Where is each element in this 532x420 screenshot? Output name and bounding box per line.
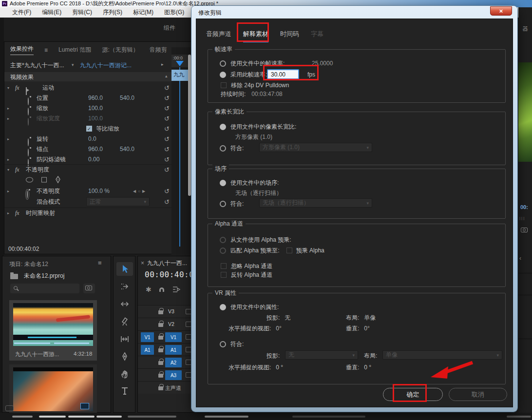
- razor-tool[interactable]: [120, 317, 130, 326]
- panel-menu-icon[interactable]: ≡: [98, 259, 102, 267]
- close-icon[interactable]: ×: [141, 260, 144, 267]
- ripple-edit-tool[interactable]: [120, 299, 130, 309]
- playhead-icon[interactable]: [176, 61, 184, 70]
- rect-mask-icon[interactable]: [41, 177, 47, 182]
- hand-tool[interactable]: [120, 369, 130, 379]
- tab-lumetri-scopes[interactable]: Lumetri 范围: [58, 46, 91, 54]
- pen-mask-icon[interactable]: [54, 176, 62, 184]
- twirl-closed-icon[interactable]: ▸: [7, 106, 9, 110]
- ellipse-mask-icon[interactable]: [26, 177, 33, 182]
- fx-badge-icon[interactable]: fx: [15, 166, 19, 173]
- track-output-icon[interactable]: [186, 322, 191, 327]
- value-y[interactable]: 540.0: [120, 95, 134, 101]
- blend-mode-dropdown[interactable]: 正常: [86, 197, 150, 206]
- reset-icon[interactable]: ↺: [164, 155, 170, 163]
- tab-timecode[interactable]: 时间码: [280, 30, 299, 42]
- type-tool[interactable]: [120, 386, 130, 396]
- scrollbar-thumb[interactable]: [188, 55, 191, 196]
- scrollbar-segment[interactable]: [96, 416, 122, 418]
- nest-toggle-icon[interactable]: ✱: [146, 286, 152, 293]
- reset-icon[interactable]: ↺: [164, 104, 170, 112]
- snap-icon[interactable]: [159, 287, 164, 292]
- panel-menu-icon[interactable]: ≡: [44, 47, 48, 54]
- source-patch-a1[interactable]: A1: [141, 345, 154, 355]
- menu-item-file[interactable]: 文件(F): [7, 8, 37, 17]
- track-target-a3[interactable]: A3: [165, 370, 182, 380]
- twirl-closed-icon[interactable]: ▸: [7, 157, 9, 161]
- effect-row-anchor[interactable]: 锚点 960.0 540.0 ↺: [4, 144, 172, 154]
- radio-selected-icon[interactable]: [220, 72, 226, 78]
- reset-icon[interactable]: ↺: [164, 135, 170, 142]
- track-label[interactable]: V3: [168, 308, 174, 314]
- radio-selected-icon[interactable]: [220, 304, 226, 310]
- tab-source-monitor[interactable]: 源:（无剪辑）: [102, 46, 138, 54]
- reset-icon[interactable]: ↺: [164, 145, 170, 153]
- slip-tool[interactable]: [120, 334, 130, 344]
- folder-up-icon[interactable]: [10, 274, 18, 279]
- track-output-icon[interactable]: [186, 347, 191, 352]
- scrollbar-segment[interactable]: [68, 416, 95, 418]
- twirl-closed-icon[interactable]: ▸: [7, 136, 9, 141]
- radio-icon[interactable]: [220, 201, 226, 207]
- radio-selected-icon[interactable]: [220, 124, 226, 130]
- track-target-a1[interactable]: A1: [165, 345, 182, 355]
- chevron-right-icon[interactable]: ▸: [161, 62, 164, 67]
- menu-item-graphics[interactable]: 图形(G): [159, 8, 190, 17]
- value-x[interactable]: 960.0: [88, 95, 103, 101]
- effect-controls-timecode[interactable]: 00:00:40:02: [8, 246, 39, 252]
- scrollbar-segment[interactable]: [128, 416, 176, 418]
- lock-icon[interactable]: [158, 323, 163, 327]
- effect-row-opacity-group[interactable]: ▾ fx 不透明度 ↺: [4, 164, 172, 174]
- lock-icon[interactable]: [158, 310, 163, 314]
- video-effects-section-header[interactable]: 视频效果 ▴: [4, 72, 172, 81]
- vr-conform-option[interactable]: 符合:: [220, 340, 244, 348]
- selection-tool[interactable]: [116, 262, 133, 276]
- chevron-down-icon[interactable]: ▾: [72, 62, 74, 67]
- radio-icon[interactable]: [220, 145, 226, 152]
- project-item-selected[interactable]: 九九八十一西游... 4:32:18: [9, 300, 97, 361]
- reset-icon[interactable]: ↺: [164, 125, 170, 132]
- project-file-name[interactable]: 未命名12.prproj: [24, 272, 64, 280]
- value[interactable]: 0.0: [88, 135, 96, 142]
- effect-row-antiflicker[interactable]: ▸ 防闪烁滤镜 0.00 ↺: [4, 154, 172, 164]
- reset-icon[interactable]: ↺: [164, 166, 170, 173]
- menu-item-sequence[interactable]: 序列(S): [97, 8, 128, 17]
- keyframe-nav-icons[interactable]: ◀○▶: [133, 189, 147, 193]
- clip-name[interactable]: 九九八十一西游...: [15, 351, 59, 358]
- conform-field-option[interactable]: 符合:: [220, 200, 244, 208]
- twirl-closed-icon[interactable]: ▸: [7, 211, 9, 215]
- effect-row-rotation[interactable]: ▸ 旋转 0.0 ↺: [4, 134, 172, 144]
- reset-icon[interactable]: ↺: [164, 94, 170, 101]
- checkbox-checked-icon[interactable]: ✓: [86, 126, 92, 132]
- source-patch-v1[interactable]: V1: [141, 332, 154, 342]
- effect-row-time-remap[interactable]: ▸ fx 时间重映射: [4, 208, 172, 218]
- effect-row-scale-width[interactable]: ▸ 缩放宽度 100.0 ↺: [4, 113, 172, 123]
- radio-icon[interactable]: [220, 60, 226, 67]
- value-x[interactable]: 960.0: [88, 146, 103, 153]
- clip-selector[interactable]: 九九八十一西游记...: [80, 61, 132, 70]
- reset-icon[interactable]: ↺: [164, 187, 170, 194]
- collapse-icon[interactable]: ▴: [165, 74, 168, 78]
- track-select-forward-tool[interactable]: [120, 282, 130, 291]
- tab-audio-clip-mixer[interactable]: 音频剪: [150, 46, 167, 54]
- radio-icon[interactable]: [220, 341, 226, 347]
- effect-row-blend-mode[interactable]: 混合模式 正常 ↺: [4, 196, 172, 207]
- track-output-icon[interactable]: [186, 309, 191, 314]
- value[interactable]: 100.0: [88, 115, 103, 122]
- scrollbar-segment[interactable]: [205, 416, 248, 418]
- scrollbar-segment[interactable]: [39, 416, 66, 418]
- menu-item-marker[interactable]: 标记(M): [128, 8, 159, 17]
- reset-icon[interactable]: ↺: [164, 115, 170, 122]
- twirl-open-icon[interactable]: ▾: [7, 85, 9, 90]
- lock-icon[interactable]: [158, 374, 163, 378]
- scrollbar-segment[interactable]: [507, 416, 531, 418]
- lock-icon[interactable]: [158, 361, 163, 365]
- effect-row-scale[interactable]: ▸ 缩放 100.0 ↺: [4, 103, 172, 113]
- search-input[interactable]: [10, 284, 79, 293]
- lock-icon[interactable]: [158, 336, 163, 340]
- effect-row-position[interactable]: 位置 960.0 540.0 ↺: [4, 93, 172, 103]
- twirl-open-icon[interactable]: ▾: [7, 168, 9, 172]
- use-file-field-option[interactable]: 使用文件中的场序:: [220, 179, 279, 187]
- program-monitor-timecode[interactable]: 00:: [520, 204, 528, 210]
- scrollbar-segment[interactable]: [292, 416, 365, 418]
